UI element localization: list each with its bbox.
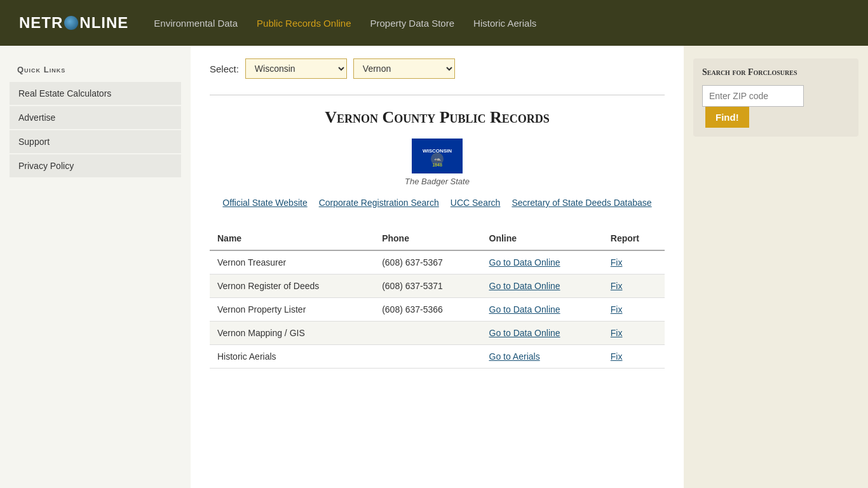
record-name: Historic Aerials <box>210 345 374 369</box>
fix-link[interactable]: Fix <box>611 257 623 268</box>
foreclosure-box: Search for Forclosures Find! <box>693 58 858 137</box>
nav-public-records-online[interactable]: Public Records Online <box>257 18 351 29</box>
table-row: Vernon Register of Deeds(608) 637-5371Go… <box>210 274 665 298</box>
county-select[interactable]: Vernon <box>353 58 455 79</box>
record-online: Go to Data Online <box>482 274 603 298</box>
content-area: Select: Wisconsin Vernon Vernon County P… <box>191 46 684 488</box>
sidebar-item-real-estate-calculators[interactable]: Real Estate Calculators <box>10 82 181 105</box>
record-report: Fix <box>603 250 665 274</box>
nav-property-data-store[interactable]: Property Data Store <box>370 18 454 29</box>
fix-link[interactable]: Fix <box>611 328 623 338</box>
right-panel: Search for Forclosures Find! <box>684 46 868 488</box>
state-flag-area: WISCONSIN 1848 🦡 The Badger State <box>210 139 665 186</box>
sidebar-item-advertise[interactable]: Advertise <box>10 106 181 129</box>
col-header-phone: Phone <box>374 227 481 250</box>
go-to-data-link[interactable]: Go to Data Online <box>489 328 560 338</box>
col-header-report: Report <box>603 227 665 250</box>
state-select[interactable]: Wisconsin <box>245 58 347 79</box>
record-phone: (608) 637-5367 <box>374 250 481 274</box>
record-report: Fix <box>603 322 665 345</box>
main-nav: Environmental Data Public Records Online… <box>154 18 536 29</box>
fix-link[interactable]: Fix <box>611 351 623 362</box>
link-corporate-registration[interactable]: Corporate Registration Search <box>319 198 439 208</box>
record-report: Fix <box>603 345 665 369</box>
svg-text:🦡: 🦡 <box>434 155 442 163</box>
record-phone <box>374 322 481 345</box>
record-report: Fix <box>603 298 665 322</box>
globe-icon <box>64 16 78 30</box>
fix-link[interactable]: Fix <box>611 281 623 291</box>
nav-environmental-data[interactable]: Environmental Data <box>154 18 238 29</box>
sidebar-item-support[interactable]: Support <box>10 130 181 153</box>
table-row: Vernon Treasurer(608) 637-5367Go to Data… <box>210 250 665 274</box>
find-button[interactable]: Find! <box>705 107 749 128</box>
state-links: Official State Website Corporate Registr… <box>210 198 665 208</box>
table-row: Vernon Property Lister(608) 637-5366Go t… <box>210 298 665 322</box>
record-report: Fix <box>603 274 665 298</box>
record-phone <box>374 345 481 369</box>
table-row: Vernon Mapping / GISGo to Data OnlineFix <box>210 322 665 345</box>
quick-links-title: Quick Links <box>10 58 181 82</box>
select-row: Select: Wisconsin Vernon <box>210 58 665 79</box>
nav-historic-aerials[interactable]: Historic Aerials <box>473 18 536 29</box>
fix-link[interactable]: Fix <box>611 304 623 315</box>
link-official-state-website[interactable]: Official State Website <box>222 198 307 208</box>
state-flag: WISCONSIN 1848 🦡 <box>412 139 463 173</box>
go-to-data-link[interactable]: Go to Data Online <box>489 304 560 315</box>
go-to-data-link[interactable]: Go to Data Online <box>489 257 560 268</box>
record-online: Go to Data Online <box>482 322 603 345</box>
select-label: Select: <box>210 64 239 74</box>
record-online: Go to Data Online <box>482 298 603 322</box>
record-name: Vernon Register of Deeds <box>210 274 374 298</box>
link-secretary-of-state[interactable]: Secretary of State Deeds Database <box>512 198 651 208</box>
records-table: Name Phone Online Report Vernon Treasure… <box>210 227 665 369</box>
sidebar-item-privacy-policy[interactable]: Privacy Policy <box>10 154 181 177</box>
record-phone: (608) 637-5371 <box>374 274 481 298</box>
record-online: Go to Aerials <box>482 345 603 369</box>
sidebar: Quick Links Real Estate Calculators Adve… <box>0 46 191 488</box>
record-phone: (608) 637-5366 <box>374 298 481 322</box>
svg-rect-1 <box>412 139 463 142</box>
col-header-name: Name <box>210 227 374 250</box>
go-to-data-link[interactable]: Go to Data Online <box>489 281 560 291</box>
main-container: Quick Links Real Estate Calculators Adve… <box>0 46 868 488</box>
record-name: Vernon Treasurer <box>210 250 374 274</box>
col-header-online: Online <box>482 227 603 250</box>
table-row: Historic AerialsGo to AerialsFix <box>210 345 665 369</box>
page-title: Vernon County Public Records <box>210 95 665 127</box>
record-name: Vernon Mapping / GIS <box>210 322 374 345</box>
site-header: NETRNLINE Environmental Data Public Reco… <box>0 0 868 46</box>
foreclosure-title: Search for Forclosures <box>702 67 850 78</box>
record-name: Vernon Property Lister <box>210 298 374 322</box>
zip-input[interactable] <box>702 85 804 107</box>
logo-area[interactable]: NETRNLINE <box>19 14 128 32</box>
record-online: Go to Data Online <box>482 250 603 274</box>
link-ucc-search[interactable]: UCC Search <box>451 198 501 208</box>
state-nickname: The Badger State <box>405 177 470 186</box>
logo: NETRNLINE <box>19 14 128 32</box>
go-to-data-link[interactable]: Go to Aerials <box>489 351 540 362</box>
